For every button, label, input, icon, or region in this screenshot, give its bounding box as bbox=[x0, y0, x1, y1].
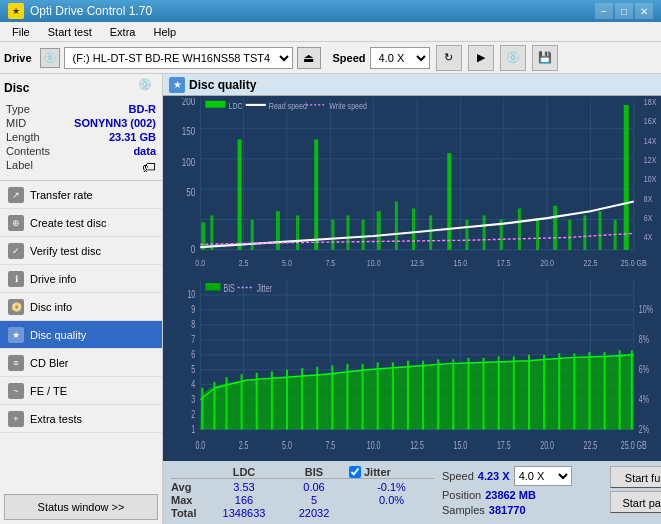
svg-text:12.5: 12.5 bbox=[410, 439, 424, 451]
svg-rect-124 bbox=[619, 350, 621, 429]
total-label: Total bbox=[171, 507, 209, 519]
position-label: Position bbox=[442, 489, 481, 501]
svg-text:5.0: 5.0 bbox=[282, 257, 292, 268]
nav-cd-bler-label: CD Bler bbox=[30, 357, 69, 369]
chart-ldc-svg: 200 150 100 50 0 18X 16X 14X 12X 10X 8X … bbox=[165, 98, 659, 278]
svg-rect-20 bbox=[251, 220, 254, 250]
disc-contents-row: Contents data bbox=[4, 144, 158, 158]
disc-length-value: 23.31 GB bbox=[109, 131, 156, 143]
avg-jitter-value: -0.1% bbox=[349, 481, 434, 493]
total-ldc-value: 1348633 bbox=[209, 507, 279, 519]
nav-drive-info[interactable]: ℹ Drive info bbox=[0, 265, 162, 293]
menu-file[interactable]: File bbox=[4, 24, 38, 40]
eject-button[interactable]: ⏏ bbox=[297, 47, 321, 69]
disc-label-row: Label 🏷 bbox=[4, 158, 158, 176]
svg-text:6: 6 bbox=[191, 348, 195, 360]
svg-text:0: 0 bbox=[191, 242, 195, 255]
close-button[interactable]: ✕ bbox=[635, 3, 653, 19]
nav-cd-bler[interactable]: ≡ CD Bler bbox=[0, 349, 162, 377]
speed-value: 4.23 X bbox=[478, 470, 510, 482]
svg-text:6X: 6X bbox=[644, 212, 653, 223]
menu-extra[interactable]: Extra bbox=[102, 24, 144, 40]
svg-text:7.5: 7.5 bbox=[325, 439, 335, 451]
speed-select[interactable]: 4.0 X bbox=[370, 47, 430, 69]
max-label: Max bbox=[171, 494, 209, 506]
start-part-button[interactable]: Start part bbox=[610, 491, 661, 513]
svg-rect-122 bbox=[588, 351, 590, 429]
position-value: 23862 MB bbox=[485, 489, 536, 501]
nav-verify-test-disc[interactable]: ✓ Verify test disc bbox=[0, 237, 162, 265]
svg-text:15.0: 15.0 bbox=[454, 257, 468, 268]
charts-area: 200 150 100 50 0 18X 16X 14X 12X 10X 8X … bbox=[163, 96, 661, 461]
stats-table: LDC BIS Jitter Avg 3.53 0.06 -0.1% bbox=[171, 466, 434, 519]
nav-fe-te-label: FE / TE bbox=[30, 385, 67, 397]
disc-section-title: Disc bbox=[4, 81, 29, 95]
svg-text:2.5: 2.5 bbox=[239, 439, 249, 451]
disc-type-row: Type BD-R bbox=[4, 102, 158, 116]
max-ldc-value: 166 bbox=[209, 494, 279, 506]
drive-icon: 💿 bbox=[40, 48, 60, 68]
svg-rect-111 bbox=[422, 360, 424, 429]
speed-label: Speed bbox=[442, 470, 474, 482]
disc-mid-row: MID SONYNN3 (002) bbox=[4, 116, 158, 130]
svg-rect-97 bbox=[213, 381, 215, 429]
svg-text:20.0: 20.0 bbox=[540, 439, 554, 451]
svg-text:9: 9 bbox=[191, 303, 195, 315]
nav-disc-quality[interactable]: ★ Disc quality bbox=[0, 321, 162, 349]
menu-start-test[interactable]: Start test bbox=[40, 24, 100, 40]
svg-rect-112 bbox=[437, 359, 439, 429]
svg-rect-107 bbox=[362, 363, 364, 429]
svg-text:1: 1 bbox=[191, 423, 195, 435]
minimize-button[interactable]: − bbox=[595, 3, 613, 19]
disc-section: Disc 💿 Type BD-R MID SONYNN3 (002) Lengt… bbox=[0, 74, 162, 181]
svg-text:Read speed: Read speed bbox=[269, 100, 307, 111]
speed-select[interactable]: 4.0 X bbox=[514, 466, 572, 486]
drive-select[interactable]: (F:) HL-DT-ST BD-RE WH16NS58 TST4 bbox=[64, 47, 293, 69]
svg-text:LDC: LDC bbox=[229, 100, 243, 111]
svg-rect-27 bbox=[377, 211, 381, 250]
save-button[interactable]: 💾 bbox=[532, 45, 558, 71]
start-full-button[interactable]: Start full bbox=[610, 466, 661, 488]
svg-text:100: 100 bbox=[182, 155, 195, 168]
svg-text:0.0: 0.0 bbox=[195, 257, 205, 268]
svg-text:10X: 10X bbox=[644, 173, 657, 184]
svg-rect-25 bbox=[346, 215, 349, 250]
content-header-icon: ★ bbox=[169, 77, 185, 93]
svg-text:0.0: 0.0 bbox=[195, 439, 205, 451]
menubar: File Start test Extra Help bbox=[0, 22, 661, 42]
svg-text:4X: 4X bbox=[644, 231, 653, 242]
svg-rect-22 bbox=[296, 215, 299, 250]
nav-disc-info-label: Disc info bbox=[30, 301, 72, 313]
maximize-button[interactable]: □ bbox=[615, 3, 633, 19]
content-area: ★ Disc quality bbox=[163, 74, 661, 524]
disc-contents-value: data bbox=[133, 145, 156, 157]
svg-rect-23 bbox=[314, 139, 318, 249]
nav-fe-te[interactable]: ~ FE / TE bbox=[0, 377, 162, 405]
menu-help[interactable]: Help bbox=[145, 24, 184, 40]
svg-rect-114 bbox=[467, 357, 469, 429]
start-button[interactable]: ▶ bbox=[468, 45, 494, 71]
avg-ldc-value: 3.53 bbox=[209, 481, 279, 493]
transfer-rate-icon: ↗ bbox=[8, 187, 24, 203]
jitter-checkbox[interactable] bbox=[349, 466, 361, 478]
disc-read-button[interactable]: 💿 bbox=[500, 45, 526, 71]
nav-extra-tests-label: Extra tests bbox=[30, 413, 82, 425]
svg-rect-152 bbox=[205, 282, 220, 289]
svg-text:16X: 16X bbox=[644, 115, 657, 126]
nav-extra-tests[interactable]: + Extra tests bbox=[0, 405, 162, 433]
action-buttons: Start full Start part bbox=[610, 466, 661, 513]
extra-tests-icon: + bbox=[8, 411, 24, 427]
svg-text:7: 7 bbox=[191, 333, 195, 345]
content-title: Disc quality bbox=[189, 78, 256, 92]
refresh-button[interactable]: ↻ bbox=[436, 45, 462, 71]
nav-create-test-disc[interactable]: ⊕ Create test disc bbox=[0, 209, 162, 237]
svg-rect-98 bbox=[225, 377, 227, 429]
nav-transfer-rate[interactable]: ↗ Transfer rate bbox=[0, 181, 162, 209]
svg-text:15.0: 15.0 bbox=[454, 439, 468, 451]
status-window-button[interactable]: Status window >> bbox=[4, 494, 158, 520]
svg-rect-19 bbox=[238, 139, 242, 249]
total-bis-value: 22032 bbox=[279, 507, 349, 519]
titlebar-title: Opti Drive Control 1.70 bbox=[30, 4, 152, 18]
nav-disc-info[interactable]: 📀 Disc info bbox=[0, 293, 162, 321]
titlebar: ★ Opti Drive Control 1.70 − □ ✕ bbox=[0, 0, 661, 22]
